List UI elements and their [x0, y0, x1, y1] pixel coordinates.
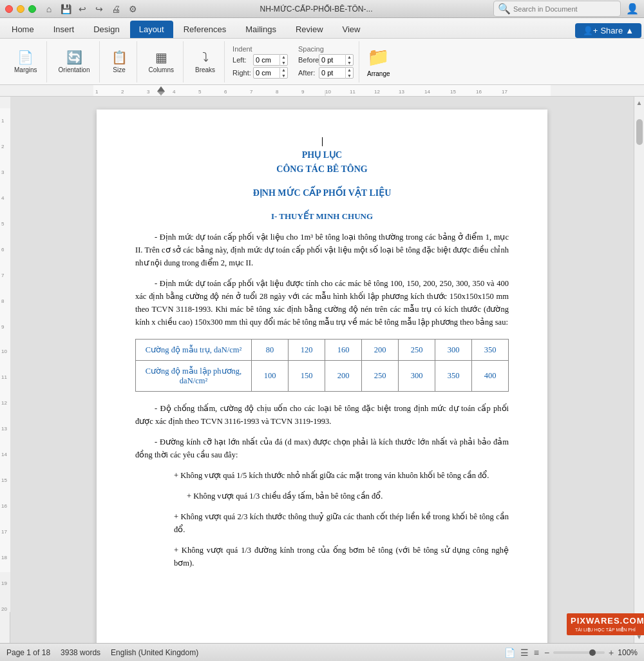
- tab-home[interactable]: Home: [3, 21, 43, 38]
- columns-label: Columns: [149, 66, 174, 73]
- vertical-ruler: 1 2 3 4 5 6 7 8 9 10 11 12 13 14 15 16 1…: [0, 97, 10, 643]
- svg-text:6: 6: [1, 247, 5, 253]
- svg-text:19: 19: [1, 580, 7, 586]
- indent-right-input[interactable]: [254, 68, 279, 77]
- spacing-after-spinners: ▲ ▼: [345, 67, 353, 79]
- tab-design[interactable]: Design: [84, 21, 128, 38]
- indent-right-label: Right:: [232, 69, 251, 77]
- titlebar-icons: ⌂ 💾 ↩ ↪ 🖨 ⚙: [43, 3, 139, 15]
- svg-text:16: 16: [476, 89, 482, 95]
- tab-review[interactable]: Review: [287, 21, 332, 38]
- svg-text:18: 18: [1, 555, 7, 560]
- orientation-button[interactable]: 🔄 Orientation: [55, 48, 94, 75]
- indent-left-up[interactable]: ▲: [280, 54, 287, 60]
- spacing-after-down[interactable]: ▼: [346, 73, 353, 79]
- indent-right-field[interactable]: ▲ ▼: [253, 67, 288, 79]
- tab-mailings[interactable]: Mailings: [236, 21, 285, 38]
- spacing-before-field[interactable]: ▲ ▼: [319, 54, 354, 66]
- size-group: 📋 Size: [102, 41, 137, 82]
- svg-text:8: 8: [276, 89, 279, 95]
- spacing-before-up[interactable]: ▲: [346, 54, 353, 60]
- size-icon: 📋: [111, 50, 128, 65]
- section-heading: I- THUYẾT MINH CHUNG: [135, 211, 509, 222]
- size-button[interactable]: 📋 Size: [108, 48, 131, 75]
- spacing-label: Spacing: [298, 45, 354, 53]
- indent-left-down[interactable]: ▼: [280, 60, 287, 66]
- table-row-2: Cường độ mẫu lập phương, daN/cm² 100 150…: [136, 361, 509, 392]
- columns-button[interactable]: ▦ Columns: [145, 48, 178, 75]
- align-icon[interactable]: ≡: [534, 647, 539, 658]
- margins-button[interactable]: 📄 Margins: [10, 48, 41, 75]
- document-view-icon[interactable]: 📄: [504, 647, 515, 658]
- svg-text:6: 6: [224, 89, 227, 95]
- svg-text:11: 11: [1, 374, 7, 380]
- spacing-after-field[interactable]: ▲ ▼: [319, 67, 354, 79]
- ribbon-toolbar: 📄 Margins 🔄 Orientation 📋 Size ▦ Columns…: [0, 39, 644, 85]
- vertical-scrollbar[interactable]: ▲ ▼: [634, 97, 644, 643]
- chevron-up-icon: ▲: [625, 26, 634, 35]
- table-cell: 200: [362, 340, 399, 361]
- zoom-out-icon[interactable]: −: [544, 647, 549, 658]
- undo-icon[interactable]: ↩: [76, 3, 89, 15]
- minimize-button[interactable]: [17, 5, 24, 13]
- table-cell: 250: [362, 361, 399, 392]
- search-input[interactable]: [513, 5, 616, 13]
- profile-icon[interactable]: 👤: [626, 3, 639, 15]
- doc-title: PHỤ LỤC: [135, 149, 509, 160]
- spacing-before-input[interactable]: [319, 55, 345, 64]
- tab-layout[interactable]: Layout: [130, 21, 173, 38]
- tab-references[interactable]: References: [175, 21, 235, 38]
- zoom-thumb[interactable]: [589, 649, 596, 656]
- home-icon[interactable]: ⌂: [43, 3, 55, 15]
- breaks-button[interactable]: ⤵ Breaks: [191, 49, 219, 75]
- zoom-slider[interactable]: [553, 651, 605, 654]
- page-info: Page 1 of 18: [6, 648, 50, 657]
- statusbar: Page 1 of 18 3938 words English (United …: [0, 643, 644, 661]
- list-view-icon[interactable]: ☰: [520, 647, 529, 658]
- indent-left-input[interactable]: [254, 55, 279, 64]
- margins-group: 📄 Margins: [5, 41, 47, 82]
- svg-text:15: 15: [1, 477, 7, 483]
- indent-left-field[interactable]: ▲ ▼: [253, 54, 288, 66]
- spacing-before-down[interactable]: ▼: [346, 60, 353, 66]
- spacing-col: Spacing Before: ▲ ▼ After: ▲ ▼: [298, 45, 354, 79]
- maximize-button[interactable]: [28, 5, 36, 13]
- indent-right-spinners: ▲ ▼: [279, 67, 287, 79]
- spacing-after-up[interactable]: ▲: [346, 67, 353, 73]
- document-area[interactable]: PHỤ LỤC CÔNG TÁC BÊ TÔNG ĐỊNH MỨC CẤP PH…: [10, 97, 634, 643]
- scroll-thumb[interactable]: [636, 119, 643, 145]
- indent-right-down[interactable]: ▼: [280, 73, 287, 79]
- columns-icon: ▦: [155, 50, 167, 65]
- table-row-1: Cường độ mẫu trụ, daN/cm² 80 120 160 200…: [136, 340, 509, 361]
- spacing-before-row: Before: ▲ ▼: [298, 54, 354, 66]
- text-cursor: [322, 137, 323, 146]
- window-controls: [5, 5, 36, 13]
- tab-insert[interactable]: Insert: [44, 21, 84, 38]
- indent-right-row: Right: ▲ ▼: [232, 67, 288, 79]
- svg-text:7: 7: [1, 273, 5, 278]
- print-icon[interactable]: 🖨: [109, 3, 122, 15]
- indent-left-row: Left: ▲ ▼: [232, 54, 288, 66]
- svg-text:3: 3: [147, 89, 150, 95]
- indent-right-up[interactable]: ▲: [280, 67, 287, 73]
- share-button[interactable]: 👤+ Share ▲: [575, 23, 641, 38]
- breaks-label: Breaks: [195, 66, 215, 73]
- svg-text:5: 5: [1, 221, 5, 227]
- spacing-before-spinners: ▲ ▼: [345, 54, 353, 66]
- redo-icon[interactable]: ↪: [93, 3, 106, 15]
- save-icon[interactable]: 💾: [59, 3, 72, 15]
- svg-text:14: 14: [424, 89, 430, 95]
- orientation-group: 🔄 Orientation: [50, 41, 100, 82]
- arrange-icon: 📁: [367, 46, 390, 68]
- close-button[interactable]: [5, 5, 13, 13]
- svg-text:16: 16: [1, 503, 7, 509]
- search-bar[interactable]: 🔍: [493, 1, 621, 17]
- spacing-after-input[interactable]: [319, 68, 345, 77]
- customize-icon[interactable]: ⚙: [126, 3, 139, 15]
- paragraph-8: + Không vượt quá 1/3 đường kính trong củ…: [174, 544, 509, 570]
- tab-view[interactable]: View: [334, 21, 370, 38]
- svg-text:11: 11: [350, 89, 355, 95]
- orientation-label: Orientation: [59, 66, 90, 73]
- zoom-in-icon[interactable]: +: [609, 647, 614, 658]
- scroll-up-arrow[interactable]: ▲: [636, 99, 643, 106]
